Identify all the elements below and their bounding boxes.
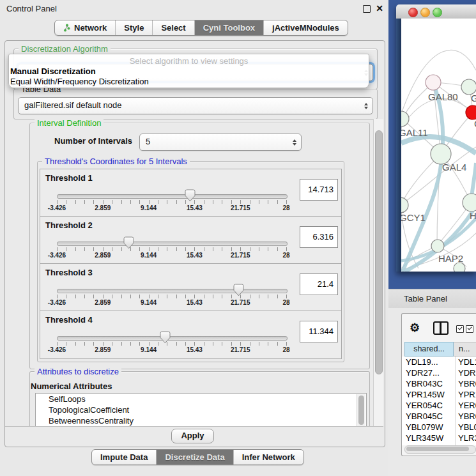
threshold-value-field[interactable]: 6.316 bbox=[300, 226, 338, 248]
attributes-list[interactable]: SelfLoopsTopologicalCoefficientBetweenne… bbox=[35, 393, 367, 427]
slider-track[interactable] bbox=[57, 289, 288, 293]
table-row[interactable]: YDL19...YDL1 bbox=[402, 357, 476, 367]
table-row[interactable]: YER054CYER0 bbox=[402, 400, 476, 411]
checkbox-icon[interactable] bbox=[456, 325, 464, 333]
tab-cyni-toolbox[interactable]: Cyni Toolbox bbox=[194, 20, 263, 35]
cell-name: YBL0 bbox=[458, 422, 476, 433]
column-header-name[interactable]: n... bbox=[454, 342, 476, 357]
tick-label: -3.426 bbox=[48, 299, 66, 306]
algorithm-dropdown-popup: Select algorithm to view settings Manual… bbox=[8, 54, 369, 88]
combobox-value: 5 bbox=[146, 137, 150, 146]
table-row[interactable]: YBL079WYBL0 bbox=[402, 422, 476, 433]
table-row[interactable]: YDR27...YDR2 bbox=[402, 367, 476, 378]
scrollbar-thumb[interactable] bbox=[358, 395, 364, 425]
table-horizontal-scrollbar[interactable] bbox=[404, 445, 476, 454]
network-node-gal80[interactable] bbox=[426, 75, 441, 90]
tab-label: Cyni Toolbox bbox=[203, 23, 255, 33]
close-icon[interactable]: ✕ bbox=[376, 3, 383, 13]
tab-infer-network[interactable]: Infer Network bbox=[233, 450, 303, 464]
tab-discretize-data[interactable]: Discretize Data bbox=[156, 450, 233, 464]
close-traffic-light-icon[interactable] bbox=[408, 8, 418, 17]
slider-ticks bbox=[57, 342, 287, 346]
group-title: Interval Definition bbox=[35, 118, 104, 128]
tab-network[interactable]: Network bbox=[55, 20, 115, 35]
network-node[interactable] bbox=[454, 263, 465, 272]
tick-label: 9.144 bbox=[141, 346, 157, 353]
column-header-shared-name[interactable]: shared... bbox=[404, 342, 454, 357]
tab-style[interactable]: Style bbox=[115, 20, 152, 35]
apply-button[interactable]: Apply bbox=[171, 429, 214, 443]
panel-title: Control Panel bbox=[6, 4, 57, 13]
tick-label: 2.859 bbox=[95, 252, 111, 259]
slider-track[interactable] bbox=[57, 336, 288, 341]
slider-ticks bbox=[57, 200, 287, 204]
spinner-arrows-icon bbox=[364, 103, 368, 109]
table-data-combobox[interactable]: galFiltered.sif default node bbox=[18, 97, 373, 114]
network-canvas[interactable]: GAL80GACGAL11GAL4GCY1HHAP2 bbox=[401, 19, 476, 272]
minimize-traffic-light-icon[interactable] bbox=[420, 8, 430, 17]
cell-shared-name: YBL079W bbox=[406, 422, 443, 433]
tick-label: 28 bbox=[282, 252, 289, 259]
split-columns-icon[interactable] bbox=[433, 321, 449, 335]
num-intervals-label: Number of Intervals bbox=[54, 136, 132, 146]
slider-track[interactable] bbox=[57, 242, 288, 246]
network-window-frame bbox=[396, 19, 401, 272]
cell-shared-name: YBR043C bbox=[406, 378, 443, 389]
gear-icon[interactable]: ⚙ bbox=[410, 321, 420, 335]
numerical-attributes-label: Numerical Attributes bbox=[31, 381, 112, 391]
tab-jactivemnodules[interactable]: jActiveMNodules bbox=[263, 20, 348, 35]
spinner-arrows-icon bbox=[293, 139, 296, 146]
tick-label: 28 bbox=[282, 299, 289, 306]
scrollbar-thumb[interactable] bbox=[375, 130, 383, 374]
cell-shared-name: YDL19... bbox=[406, 357, 438, 367]
threshold-label: Threshold 3 bbox=[45, 268, 93, 277]
combobox-value: galFiltered.sif default node bbox=[24, 100, 121, 110]
tab-select[interactable]: Select bbox=[152, 20, 194, 35]
dropdown-option-manual-discretization[interactable]: Manual Discretization bbox=[10, 66, 96, 76]
table-row[interactable]: YLR345WYLR3 bbox=[402, 433, 476, 443]
tab-impute-data[interactable]: Impute Data bbox=[92, 450, 156, 464]
tick-label: 2.859 bbox=[95, 299, 111, 306]
cell-name: YPR1 bbox=[458, 389, 476, 400]
tab-label: Select bbox=[161, 23, 185, 33]
tick-label: 2.859 bbox=[95, 204, 111, 211]
network-node-h[interactable] bbox=[463, 194, 476, 211]
cell-name: YDR2 bbox=[458, 367, 476, 378]
zoom-traffic-light-icon[interactable] bbox=[433, 8, 442, 17]
table-row[interactable]: YBR043CYBR0 bbox=[402, 378, 476, 389]
threshold-value-field[interactable]: 11.344 bbox=[300, 321, 338, 342]
num-intervals-combobox[interactable]: 5 bbox=[139, 134, 302, 151]
network-node-hap2[interactable] bbox=[431, 240, 444, 252]
tab-label: Style bbox=[124, 23, 144, 33]
list-scrollbar[interactable] bbox=[357, 394, 365, 426]
slider-track[interactable] bbox=[57, 194, 288, 199]
threshold-label: Threshold 4 bbox=[45, 315, 93, 325]
slider-tick-labels: -3.4262.8599.14415.4321.71528 bbox=[57, 252, 286, 259]
network-node-c[interactable] bbox=[466, 105, 476, 119]
tick-label: 15.43 bbox=[187, 299, 203, 306]
dropdown-option-equal-width-frequency[interactable]: Equal Width/Frequency Discretization bbox=[10, 77, 149, 86]
network-graph: GAL80GACGAL11GAL4GCY1HHAP2 bbox=[401, 19, 476, 272]
tick-label: 15.43 bbox=[187, 204, 203, 211]
threshold-value-field[interactable]: 21.4 bbox=[300, 273, 338, 295]
scrollbar-thumb[interactable] bbox=[406, 447, 469, 451]
network-node-label: GCY1 bbox=[401, 212, 426, 223]
float-window-icon[interactable] bbox=[363, 5, 371, 13]
tick-label: 28 bbox=[282, 346, 289, 353]
tick-label: 21.715 bbox=[231, 252, 250, 259]
table-row[interactable]: YBR045CYBR0 bbox=[402, 411, 476, 422]
table-rows: YDL19...YDL1YDR27...YDR2YBR043CYBR0YPR14… bbox=[402, 357, 476, 445]
attribute-list-item[interactable]: SelfLoops bbox=[36, 394, 366, 404]
checkbox-icon[interactable] bbox=[466, 325, 473, 333]
panel-scrollbar[interactable] bbox=[373, 119, 383, 426]
cell-shared-name: YLR345W bbox=[406, 433, 443, 443]
network-window-titlebar[interactable] bbox=[396, 4, 476, 19]
table-row[interactable]: YPR145WYPR1 bbox=[402, 389, 476, 400]
threshold-value-field[interactable]: 14.713 bbox=[300, 179, 338, 201]
tick-label: 21.715 bbox=[231, 204, 250, 211]
network-node-label: GAL80 bbox=[428, 91, 458, 102]
group-title: Discretization Algorithm bbox=[19, 44, 111, 54]
network-node-label: H bbox=[470, 210, 476, 221]
attribute-list-item[interactable]: TopologicalCoefficient bbox=[36, 404, 366, 415]
attribute-list-item[interactable]: BetweennessCentrality bbox=[36, 415, 366, 426]
